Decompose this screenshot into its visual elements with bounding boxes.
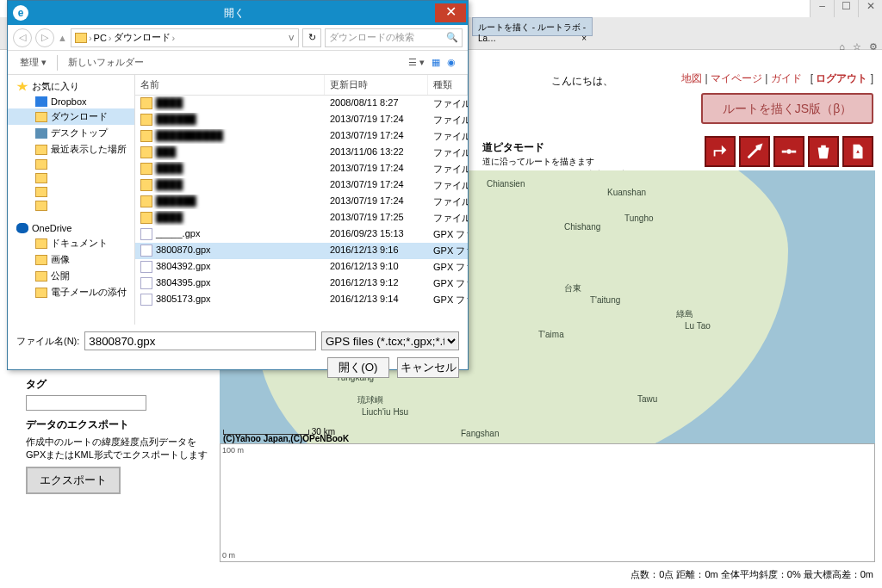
export-desc: 作成中のルートの緯度経度点列データをGPXまたはKML形式でエクスポートします [26, 436, 215, 461]
file-row[interactable]: ████2013/07/19 17:24ファイル フ [135, 177, 468, 194]
filetype-select[interactable]: GPS files (*.tcx;*.gpx;*.trk) [321, 331, 459, 350]
file-open-dialog: e 開く ✕ ◁ ▷ ▲ › PC › ダウンロード › ⅴ ↻ ダウンロードの… [7, 0, 469, 370]
file-type: ファイル フ [428, 145, 468, 160]
nav-map[interactable]: 地図 [681, 72, 702, 84]
preview-button[interactable]: ▦ [428, 55, 444, 70]
tree-item[interactable] [8, 185, 134, 199]
folder-icon [140, 114, 152, 126]
dialog-close-button[interactable]: ✕ [435, 3, 466, 22]
file-name: 3800870.gpx [156, 244, 211, 255]
file-row[interactable]: 3804395.gpx2016/12/13 9:12GPX ファイ [135, 275, 468, 292]
file-list[interactable]: 名前 更新日時 種類 ████2008/08/11 8:27ファイル フ████… [135, 75, 468, 325]
page-nav: 地図 | マイページ | ガイド [ ログアウト ] [681, 71, 873, 86]
route-draw-button[interactable]: ルートを描くJS版（β） [701, 93, 873, 124]
open-button[interactable]: 開く(O) [327, 357, 389, 378]
tree-item[interactable]: ダウンロード [8, 108, 134, 125]
map-place-label: Lu Tao [685, 321, 711, 331]
window-controls[interactable]: – ☐ ✕ [810, 0, 882, 17]
minimize-button[interactable]: – [810, 0, 834, 17]
breadcrumb-pc[interactable]: PC [94, 33, 107, 43]
refresh-button[interactable]: ↻ [302, 28, 321, 47]
tree-item[interactable]: 最近表示した場所 [8, 141, 134, 158]
filename-input[interactable] [84, 331, 316, 350]
breadcrumb[interactable]: › PC › ダウンロード › ⅴ [71, 28, 299, 47]
browser-tab[interactable]: ルートを描く - ルートラボ - La… × [472, 17, 593, 36]
file-row[interactable]: ██████2013/07/19 17:24ファイル フ [135, 194, 468, 210]
forward-button[interactable]: ▷ [35, 28, 54, 47]
file-name: 3805173.gpx [156, 294, 211, 304]
nav-guide[interactable]: ガイド [771, 72, 802, 84]
breadcrumb-downloads[interactable]: ダウンロード [114, 31, 171, 44]
search-icon[interactable]: 🔍 [446, 32, 458, 43]
tree-item[interactable]: お気に入り [8, 78, 134, 95]
file-icon [140, 261, 152, 273]
tags-input[interactable] [26, 395, 146, 411]
newfolder-button[interactable]: 新しいフォルダー [65, 54, 147, 71]
tree-item[interactable]: 公開 [8, 268, 134, 284]
fav-icon [16, 82, 28, 92]
tree-item-label: 画像 [51, 253, 70, 266]
folder-tree[interactable]: お気に入りDropboxダウンロードデスクトップ最近表示した場所OneDrive… [8, 75, 135, 325]
tree-item[interactable]: OneDrive [8, 221, 134, 235]
file-row[interactable]: 3800870.gpx2016/12/13 9:16GPX ファイ [135, 243, 468, 259]
back-button[interactable]: ◁ [13, 28, 32, 47]
nav-logout[interactable]: ログアウト [816, 72, 867, 84]
view-button[interactable]: ☰ ▾ [405, 55, 428, 70]
close-button[interactable]: ✕ [858, 0, 882, 17]
left-panel: タグ データのエクスポート 作成中のルートの緯度経度点列データをGPXまたはKM… [26, 377, 215, 494]
file-name: ██████████ [156, 130, 223, 140]
tree-item[interactable]: ドキュメント [8, 235, 134, 251]
file-name: 3804395.gpx [156, 277, 211, 288]
map-place-label: Chishang [564, 222, 600, 232]
dialog-titlebar[interactable]: e 開く ✕ [8, 1, 468, 25]
maximize-button[interactable]: ☐ [834, 0, 858, 17]
folder-icon [35, 159, 47, 170]
help-button[interactable]: ◉ [444, 55, 459, 70]
tree-item[interactable]: デスクトップ [8, 125, 134, 141]
search-placeholder: ダウンロードの検索 [329, 31, 446, 44]
file-date: 2013/07/19 17:24 [325, 162, 428, 176]
tree-item[interactable] [8, 199, 134, 213]
file-row[interactable]: ████2013/07/19 17:24ファイル フ [135, 161, 468, 177]
nav-mypage[interactable]: マイページ [711, 72, 762, 84]
file-type: GPX ファイ [428, 244, 468, 258]
tree-item[interactable] [8, 158, 134, 171]
split-icon[interactable] [773, 136, 804, 167]
file-name: 3804392.gpx [156, 261, 211, 271]
col-name[interactable]: 名前 [135, 75, 325, 95]
export-button[interactable]: エクスポート [26, 467, 121, 494]
cancel-button[interactable]: キャンセル [397, 357, 459, 378]
organize-button[interactable]: 整理 ▾ [16, 54, 50, 71]
file-row[interactable]: 3804392.gpx2016/12/13 9:10GPX ファイ [135, 259, 468, 275]
col-date[interactable]: 更新日時 [325, 75, 428, 95]
tree-item[interactable] [8, 171, 134, 185]
tree-item[interactable]: 電子メールの添付 [8, 284, 134, 300]
folder-icon [35, 271, 47, 282]
file-row[interactable]: ████2008/08/11 8:27ファイル フ [135, 96, 468, 112]
folder-icon [140, 179, 152, 191]
desktop-icon [35, 128, 47, 139]
tab-close-icon[interactable]: × [581, 34, 587, 43]
search-box[interactable]: ダウンロードの検索 🔍 [325, 28, 463, 47]
tree-item[interactable]: Dropbox [8, 95, 134, 108]
trash-icon[interactable] [808, 136, 839, 167]
file-row[interactable]: ██████2013/07/19 17:24ファイル フ [135, 112, 468, 128]
breadcrumb-dropdown-icon[interactable]: ⅴ [289, 32, 295, 43]
list-header[interactable]: 名前 更新日時 種類 [135, 75, 468, 96]
file-type: ファイル フ [428, 195, 468, 209]
map-place-label: 琉球嶼 [357, 394, 383, 406]
col-type[interactable]: 種類 [428, 75, 468, 95]
file-row[interactable]: ████2013/07/19 17:25ファイル フ [135, 210, 468, 226]
file-type: ファイル フ [428, 162, 468, 176]
up-button[interactable]: ▲ [58, 33, 67, 43]
file-row[interactable]: ██████████2013/07/19 17:24ファイル フ [135, 128, 468, 145]
import-file-icon[interactable] [842, 136, 873, 167]
tree-item[interactable]: 画像 [8, 251, 134, 268]
file-row[interactable]: 3805173.gpx2016/12/13 9:14GPX ファイ [135, 292, 468, 308]
arrow-icon[interactable] [739, 136, 770, 167]
route-icon[interactable] [705, 136, 736, 167]
map-toolbar [705, 136, 873, 167]
file-row[interactable]: _____.gpx2016/09/23 15:13GPX ファイ [135, 226, 468, 243]
file-icon [140, 294, 152, 306]
file-row[interactable]: ███2013/11/06 13:22ファイル フ [135, 145, 468, 161]
